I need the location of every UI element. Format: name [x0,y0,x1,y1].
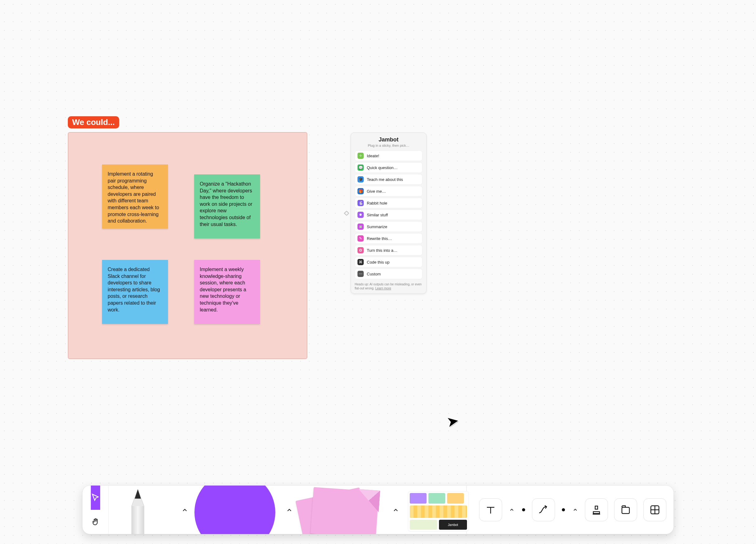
connector-start-dot-icon [522,508,525,511]
more-tools-tile[interactable]: Jambot [408,491,469,532]
jambot-item-custom[interactable]: ⋯Custom [355,269,422,279]
sticky-note-blue[interactable]: Create a dedicated Slack channel for dev… [102,260,168,324]
section-label[interactable]: We could... [68,116,119,128]
marker-tool[interactable] [122,487,153,534]
sticky-options-chevron[interactable] [392,506,400,514]
connector-tool-button[interactable] [532,498,555,521]
jambot-item-icon: 🎁 [357,188,364,194]
shape-options-chevron[interactable] [285,506,293,514]
svg-rect-0 [622,507,629,514]
section-tool-button[interactable] [614,498,637,521]
sticky-note-green[interactable]: Organize a "Hackathon Day," where develo… [194,174,260,239]
jambot-item-ideate[interactable]: ✧Ideate! [355,151,422,161]
pointer-tool-group [82,486,109,534]
jambot-item-label: Rabbit hole [367,201,387,206]
jambot-item-quick-question[interactable]: 💬Quick question… [355,162,422,173]
select-tool-button[interactable] [91,486,100,510]
sticky-note-pink[interactable]: Implement a weekly knowledge-sharing ses… [194,260,260,324]
jambot-item-label: Ideate! [367,154,379,158]
jambot-item-summarize[interactable]: ≣Summarize [355,221,422,232]
jambot-subtitle: Plug in a sticky, then pick… [355,144,422,147]
jambot-menu: ✧Ideate!💬Quick question…🎓Teach me about … [355,151,422,279]
jambot-item-icon: ⌘ [357,259,364,265]
jambot-item-label: Turn this into a… [367,248,398,253]
jambot-item-icon: ✹ [357,212,364,218]
marker-options-chevron[interactable] [181,506,189,514]
jambot-title: Jambot [355,137,422,143]
jambot-item-icon: 🎓 [357,176,364,183]
text-tool-button[interactable] [479,498,502,521]
jambot-item-give-me[interactable]: 🎁Give me… [355,186,422,197]
jambot-item-label: Quick question… [367,165,398,170]
jambot-item-icon: ≣ [357,224,364,230]
jambot-item-icon: ✿ [357,247,364,254]
jambot-item-label: Summarize [367,225,387,229]
stamp-tool-button[interactable] [585,498,608,521]
jambot-item-label: Give me… [367,189,386,194]
jambot-item-teach-me-about-this[interactable]: 🎓Teach me about this [355,174,422,185]
jambot-item-code-this-up[interactable]: ⌘Code this up [355,257,422,268]
jambot-item-label: Teach me about this [367,177,403,182]
jambot-item-rabbit-hole[interactable]: 🐇Rabbit hole [355,198,422,208]
bottom-toolbar: Jambot [82,486,674,534]
insert-tools-group [467,486,674,534]
sticky-note-orange[interactable]: Implement a rotating pair programming sc… [102,165,168,229]
jambot-input-connector[interactable] [344,211,349,216]
text-tool-chevron[interactable] [508,506,515,513]
connector-end-dot-icon [562,508,565,511]
jambot-item-label: Code this up [367,260,390,265]
jambot-learn-more-link[interactable]: Learn more [375,286,391,290]
table-tool-button[interactable] [643,498,666,521]
jambot-footnote: Heads up: AI outputs can be misleading, … [355,282,422,290]
jambot-item-icon: ✎ [357,235,364,242]
jambot-item-rewrite-this[interactable]: ✎Rewrite this… [355,233,422,244]
jambot-item-similar-stuff[interactable]: ✹Similar stuff [355,210,422,220]
jambot-item-label: Similar stuff [367,213,388,217]
jambot-item-turn-this-into-a[interactable]: ✿Turn this into a… [355,245,422,256]
jambot-item-icon: 💬 [357,165,364,171]
canvas-cursor-icon: ➤ [446,412,460,430]
jambot-item-label: Rewrite this… [367,236,392,241]
more-tools-tag: Jambot [439,520,467,530]
jambot-item-icon: 🐇 [357,200,364,206]
jambot-item-icon: ✧ [357,153,364,159]
connector-tool-chevron[interactable] [572,506,579,513]
shape-tool[interactable] [194,486,275,534]
jambot-item-icon: ⋯ [357,271,364,277]
creation-tools-region: Jambot [109,486,466,534]
jambot-item-label: Custom [367,272,381,276]
sticky-note-tool[interactable] [300,487,384,534]
section-frame[interactable]: Implement a rotating pair programming sc… [68,132,307,359]
hand-tool-button[interactable] [91,510,100,534]
jambot-panel[interactable]: Jambot Plug in a sticky, then pick… ✧Ide… [351,133,427,294]
